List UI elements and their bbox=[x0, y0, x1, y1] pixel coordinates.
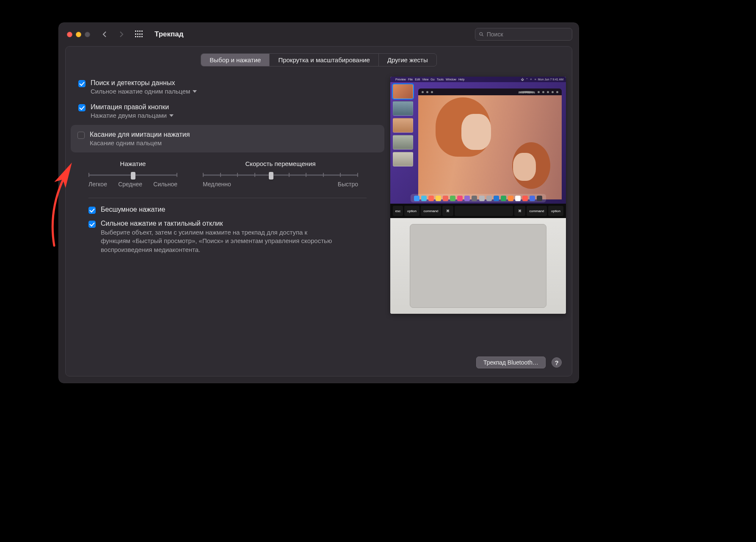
force-click-desc: Выберите объект, затем с усилием нажмите… bbox=[101, 228, 338, 254]
svg-point-0 bbox=[480, 33, 482, 35]
option-secondary-click: Имитация правой кнопки Нажатие двумя пал… bbox=[72, 101, 384, 125]
search-icon bbox=[479, 31, 484, 37]
content-pane: Выбор и нажатие Прокрутка и масштабирова… bbox=[65, 46, 572, 376]
svg-line-1 bbox=[482, 35, 483, 36]
gesture-preview: PreviewFileEditViewGoToolsWindowHelp ⏻⌃ᯤ… bbox=[390, 77, 566, 351]
click-pressure-block: Нажатие Легкое Среднее Сильное bbox=[88, 160, 177, 188]
secondary-click-checkbox[interactable] bbox=[78, 104, 86, 111]
click-pressure-slider[interactable] bbox=[88, 171, 177, 179]
tracking-speed-labels: Медленно Быстро bbox=[203, 181, 358, 188]
bluetooth-trackpad-button[interactable]: Трекпад Bluetooth… bbox=[476, 357, 546, 368]
tab-more-gestures[interactable]: Другие жесты bbox=[379, 54, 436, 66]
back-button[interactable] bbox=[100, 30, 109, 39]
force-click-checkbox[interactable] bbox=[88, 221, 96, 228]
tap-to-click-sub: Касание одним пальцем bbox=[90, 139, 190, 147]
preview-menus: PreviewFileEditViewGoToolsWindowHelp bbox=[395, 78, 464, 81]
options-column: Поиск и детекторы данных Сильное нажатие… bbox=[72, 77, 384, 351]
page-title: Трекпад bbox=[155, 30, 184, 39]
tab-point-and-click[interactable]: Выбор и нажатие bbox=[201, 54, 270, 66]
tracking-speed-slider[interactable] bbox=[203, 171, 358, 179]
sliders-row: Нажатие Легкое Среднее Сильное bbox=[72, 158, 384, 193]
search-field[interactable] bbox=[475, 28, 572, 41]
preview-sidebar bbox=[393, 84, 417, 204]
option-force-click: Сильное нажатие и тактильный отклик Выбе… bbox=[72, 220, 384, 260]
look-up-checkbox[interactable] bbox=[78, 80, 86, 87]
silent-click-checkbox[interactable] bbox=[88, 207, 96, 214]
secondary-click-label: Имитация правой кнопки bbox=[91, 103, 174, 111]
silent-click-label: Бесшумное нажатие bbox=[101, 206, 165, 213]
option-silent-click: Бесшумное нажатие bbox=[72, 203, 384, 220]
click-pressure-labels: Легкое Среднее Сильное bbox=[88, 181, 177, 188]
tracking-speed-block: Скорость перемещения Медленно Быстро bbox=[203, 160, 358, 188]
preview-menubar: PreviewFileEditViewGoToolsWindowHelp ⏻⌃ᯤ… bbox=[390, 77, 566, 82]
click-pressure-title: Нажатие bbox=[120, 160, 146, 167]
footer: Трекпад Bluetooth… ? bbox=[66, 351, 572, 368]
preview-dock bbox=[411, 194, 546, 202]
titlebar: Трекпад bbox=[58, 22, 579, 46]
system-preferences-window: Трекпад Выбор и нажатие Прокрутка и масш… bbox=[58, 22, 579, 384]
tab-scroll-zoom[interactable]: Прокрутка и масштабирование bbox=[270, 54, 379, 66]
preview-main-window: Best Friends bbox=[418, 88, 562, 199]
nav-buttons bbox=[100, 30, 126, 39]
zoom-window-button[interactable] bbox=[85, 32, 90, 37]
tap-to-click-checkbox[interactable] bbox=[77, 132, 85, 139]
secondary-click-sub[interactable]: Нажатие двумя пальцами bbox=[91, 112, 174, 119]
look-up-label: Поиск и детекторы данных bbox=[91, 79, 197, 87]
preview-video: PreviewFileEditViewGoToolsWindowHelp ⏻⌃ᯤ… bbox=[390, 77, 566, 314]
chevron-down-icon bbox=[193, 90, 197, 93]
option-look-up: Поиск и детекторы данных Сильное нажатие… bbox=[72, 77, 384, 101]
option-tap-to-click[interactable]: Касание для имитации нажатия Касание одн… bbox=[71, 125, 384, 152]
tracking-speed-title: Скорость перемещения bbox=[245, 160, 315, 167]
tap-to-click-label: Касание для имитации нажатия bbox=[90, 131, 190, 138]
force-click-label: Сильное нажатие и тактильный отклик bbox=[101, 220, 338, 227]
forward-button[interactable] bbox=[117, 30, 126, 39]
preview-menubar-status: ⏻⌃ᯤ≡Mon Jun 7 9:41 AM bbox=[521, 78, 563, 81]
show-all-button[interactable] bbox=[135, 30, 143, 38]
preview-trackpad bbox=[390, 218, 566, 314]
divider bbox=[88, 198, 367, 198]
traffic-lights bbox=[67, 32, 90, 37]
chevron-down-icon bbox=[169, 114, 174, 117]
help-button[interactable]: ? bbox=[552, 357, 562, 368]
minimize-window-button[interactable] bbox=[76, 32, 81, 37]
preview-keyboard: esc option command ⌘ ⌘ command option bbox=[390, 204, 566, 218]
tab-bar: Выбор и нажатие Прокрутка и масштабирова… bbox=[201, 53, 436, 66]
close-window-button[interactable] bbox=[67, 32, 72, 37]
search-input[interactable] bbox=[487, 31, 568, 38]
look-up-sub[interactable]: Сильное нажатие одним пальцем bbox=[91, 88, 197, 95]
